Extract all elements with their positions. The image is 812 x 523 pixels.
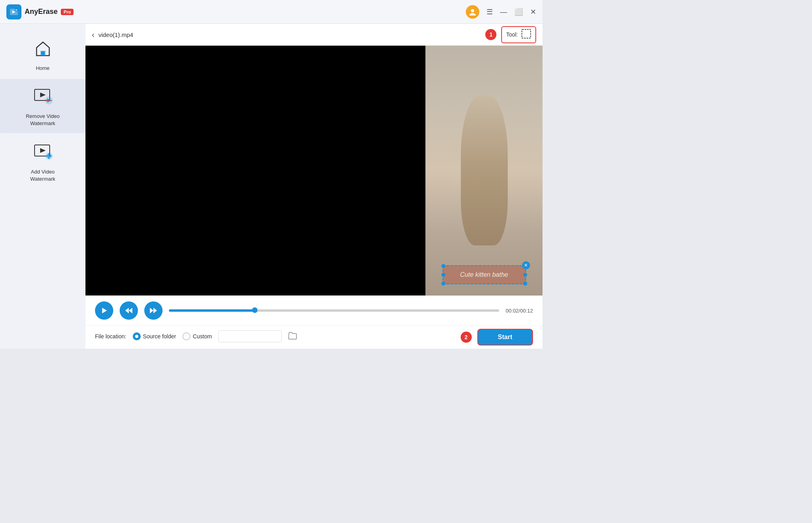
browse-folder-button[interactable] <box>288 331 297 342</box>
start-button[interactable]: Start <box>477 329 533 345</box>
window-controls: ☰ — ⬜ ✕ <box>466 5 536 19</box>
custom-path-input[interactable] <box>218 330 282 342</box>
maximize-button[interactable]: ⬜ <box>514 8 523 15</box>
video-filename: video(1).mp4 <box>99 31 486 38</box>
step1-badge: 1 <box>485 29 496 40</box>
source-folder-option[interactable]: Source folder <box>133 332 176 340</box>
source-folder-label: Source folder <box>143 333 176 340</box>
forward-button[interactable] <box>144 301 163 320</box>
svg-rect-4 <box>41 52 45 55</box>
user-avatar[interactable] <box>466 5 479 19</box>
file-location-bar: File location: Source folder Custom 2 St… <box>85 325 543 349</box>
tool-selector[interactable]: Tool: <box>501 26 536 43</box>
sidebar-item-remove-video-watermark[interactable]: Remove VideoWatermark <box>0 79 85 133</box>
remove-video-watermark-icon <box>33 86 53 110</box>
time-display: 00:02/00:12 <box>506 308 533 314</box>
sidebar-item-add-video-watermark[interactable]: Add VideoWatermark <box>0 135 85 188</box>
play-button[interactable] <box>95 301 113 320</box>
menu-button[interactable]: ☰ <box>486 8 493 15</box>
content-area: ‹ video(1).mp4 1 Tool: <box>85 24 543 349</box>
progress-thumb[interactable] <box>252 307 258 313</box>
handle-bottom-right[interactable] <box>523 282 527 286</box>
tool-icon <box>521 29 531 41</box>
sidebar: Home Remove VideoWatermark <box>0 24 85 349</box>
svg-marker-18 <box>150 308 153 313</box>
custom-radio[interactable] <box>182 332 190 340</box>
add-video-watermark-icon <box>33 142 53 165</box>
minimize-button[interactable]: — <box>500 8 507 15</box>
sidebar-home-label: Home <box>36 65 50 72</box>
rewind-button[interactable] <box>120 301 138 320</box>
progress-bar[interactable] <box>169 309 499 312</box>
sidebar-add-label: Add VideoWatermark <box>30 168 55 183</box>
custom-label: Custom <box>193 333 212 340</box>
app-logo: AnyErase Pro <box>6 4 74 19</box>
watermark-text: Cute kitten bathe <box>460 271 508 278</box>
video-frame: Cute kitten bathe ✕ <box>426 46 543 295</box>
svg-marker-6 <box>40 93 46 97</box>
video-area: Cute kitten bathe ✕ <box>85 46 543 295</box>
close-button[interactable]: ✕ <box>530 8 536 15</box>
svg-marker-19 <box>153 308 157 313</box>
handle-top-left[interactable] <box>441 264 445 268</box>
back-button[interactable]: ‹ <box>92 30 95 39</box>
handle-middle-right[interactable] <box>523 273 527 277</box>
step2-badge: 2 <box>461 332 472 343</box>
svg-point-2 <box>471 9 474 12</box>
app-icon <box>6 4 21 19</box>
source-folder-radio[interactable] <box>133 332 141 340</box>
playback-controls: 00:02/00:12 <box>85 295 543 325</box>
svg-marker-15 <box>102 308 107 313</box>
sidebar-item-home[interactable]: Home <box>0 32 85 77</box>
video-header: ‹ video(1).mp4 1 Tool: <box>85 24 543 46</box>
main-layout: Home Remove VideoWatermark <box>0 24 543 349</box>
app-name-label: AnyErase <box>25 8 58 16</box>
titlebar: AnyErase Pro ☰ — ⬜ ✕ <box>0 0 543 24</box>
progress-fill <box>169 309 255 312</box>
tool-label: Tool: <box>506 31 518 38</box>
custom-option[interactable]: Custom <box>182 332 212 340</box>
start-button-container: 2 Start <box>461 329 533 345</box>
watermark-selection-box[interactable]: Cute kitten bathe ✕ <box>442 265 526 284</box>
home-icon <box>33 39 52 62</box>
svg-rect-14 <box>522 29 531 38</box>
watermark-close-handle[interactable]: ✕ <box>522 261 530 269</box>
svg-marker-17 <box>129 308 132 313</box>
svg-rect-9 <box>46 100 50 101</box>
handle-middle-left[interactable] <box>441 273 445 277</box>
file-location-label: File location: <box>95 333 126 340</box>
handle-bottom-left[interactable] <box>441 282 445 286</box>
sidebar-remove-label: Remove VideoWatermark <box>26 113 60 127</box>
pro-badge: Pro <box>61 9 74 15</box>
svg-marker-16 <box>125 308 129 313</box>
svg-marker-11 <box>40 148 46 153</box>
